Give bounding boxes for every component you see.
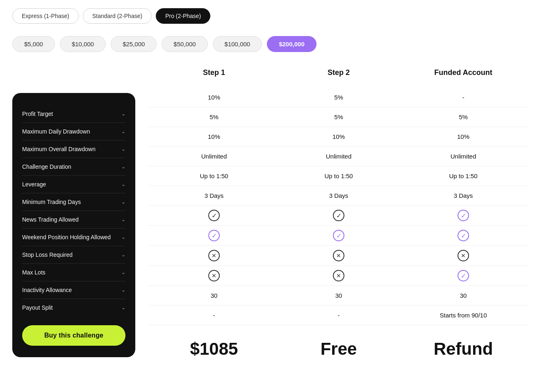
cell-profit-target-step1: 10%	[152, 94, 276, 101]
chevron-down-icon: ⌄	[121, 234, 125, 240]
cell-challenge-duration-step2: Unlimited	[276, 153, 401, 160]
sidebar-row-11[interactable]: Payout Split⌄	[22, 299, 125, 316]
check-purple-icon: ✓	[458, 210, 469, 221]
cell-payout-split-step2: -	[276, 312, 401, 319]
sidebar-row-label: Maximum Overall Drawdown	[22, 146, 96, 152]
amount-buttons: $5,000$10,000$25,000$50,000$100,000$200,…	[12, 36, 530, 52]
chevron-down-icon: ⌄	[121, 252, 125, 258]
cross-dark-icon: ✕	[208, 250, 220, 261]
phase-tab-2[interactable]: Pro (2-Phase)	[156, 8, 210, 24]
sidebar-row-6[interactable]: News Trading Allowed⌄	[22, 211, 125, 229]
chevron-down-icon: ⌄	[121, 199, 125, 205]
data-row-profit-target: 10%5%-	[148, 88, 530, 107]
check-purple-icon: ✓	[458, 230, 469, 241]
cell-max-lots-step2: ✕	[276, 270, 401, 281]
check-purple-icon: ✓	[208, 230, 220, 241]
sidebar-row-label: Leverage	[22, 181, 46, 188]
cell-payout-split-funded: Starts from 90/10	[401, 312, 526, 319]
data-row-min-trading-days: 3 Days3 Days3 Days	[148, 186, 530, 206]
amount-btn-3[interactable]: $50,000	[162, 36, 207, 52]
check-dark-icon: ✓	[333, 210, 344, 221]
sidebar-row-label: Payout Split	[22, 304, 53, 311]
phase-tab-1[interactable]: Standard (2-Phase)	[83, 8, 152, 24]
price-step2: Free	[276, 339, 401, 359]
amount-btn-1[interactable]: $10,000	[60, 36, 106, 52]
data-row-max-daily-drawdown: 5%5%5%	[148, 107, 530, 127]
data-row-leverage: Up to 1:50Up to 1:50Up to 1:50	[148, 166, 530, 186]
data-row-payout-split: --Starts from 90/10	[148, 306, 530, 325]
price-funded: Refund	[401, 339, 526, 359]
cell-stop-loss-funded: ✕	[401, 250, 526, 261]
sidebar-row-0[interactable]: Profit Target⌄	[22, 105, 125, 123]
data-row-inactivity-allowance: 303030	[148, 286, 530, 306]
cell-profit-target-step2: 5%	[276, 94, 401, 101]
cell-weekend-position-step1: ✓	[152, 230, 276, 241]
cross-dark-icon: ✕	[458, 250, 469, 261]
amount-btn-2[interactable]: $25,000	[111, 36, 157, 52]
sidebar-row-label: Profit Target	[22, 111, 53, 117]
price-funded-value: Refund	[401, 339, 526, 359]
cell-profit-target-funded: -	[401, 94, 526, 101]
check-dark-icon: ✓	[208, 210, 220, 221]
cell-max-daily-drawdown-funded: 5%	[401, 113, 526, 120]
cell-news-trading-step1: ✓	[152, 210, 276, 221]
cell-leverage-step1: Up to 1:50	[152, 172, 276, 179]
cell-inactivity-allowance-step2: 30	[276, 292, 401, 299]
data-row-max-overall-drawdown: 10%10%10%	[148, 127, 530, 147]
cross-dark-icon: ✕	[208, 270, 220, 281]
cell-stop-loss-step1: ✕	[152, 250, 276, 261]
sidebar-row-10[interactable]: Inactivity Allowance⌄	[22, 281, 125, 299]
phase-tab-0[interactable]: Express (1-Phase)	[12, 8, 79, 24]
chevron-down-icon: ⌄	[121, 305, 125, 310]
sidebar-row-4[interactable]: Leverage⌄	[22, 176, 125, 193]
col-headers: Step 1 Step 2 Funded Account	[148, 68, 530, 84]
cell-leverage-step2: Up to 1:50	[276, 172, 401, 179]
data-row-challenge-duration: UnlimitedUnlimitedUnlimited	[148, 147, 530, 166]
col-header-step1: Step 1	[152, 68, 276, 84]
chevron-down-icon: ⌄	[121, 287, 125, 293]
sidebar-row-1[interactable]: Maximum Daily Drawdown⌄	[22, 123, 125, 140]
amount-btn-5[interactable]: $200,000	[267, 36, 317, 52]
price-step1: $1085	[152, 339, 276, 359]
sidebar-row-label: Stop Loss Required	[22, 252, 73, 258]
chevron-down-icon: ⌄	[121, 217, 125, 222]
sidebar-row-2[interactable]: Maximum Overall Drawdown⌄	[22, 140, 125, 158]
sidebar-row-3[interactable]: Challenge Duration⌄	[22, 158, 125, 176]
main-layout: Profit Target⌄Maximum Daily Drawdown⌄Max…	[12, 68, 530, 359]
check-purple-icon: ✓	[333, 230, 344, 241]
cell-max-daily-drawdown-step1: 5%	[152, 113, 276, 120]
cell-max-overall-drawdown-step1: 10%	[152, 133, 276, 140]
sidebar-row-8[interactable]: Stop Loss Required⌄	[22, 246, 125, 264]
amount-btn-4[interactable]: $100,000	[213, 36, 262, 52]
cell-leverage-funded: Up to 1:50	[401, 172, 526, 179]
sidebar-card: Profit Target⌄Maximum Daily Drawdown⌄Max…	[12, 93, 135, 357]
cross-dark-icon: ✕	[333, 270, 344, 281]
cell-max-overall-drawdown-step2: 10%	[276, 133, 401, 140]
sidebar-row-label: Max Lots	[22, 269, 46, 276]
check-purple-icon: ✓	[458, 270, 469, 281]
sidebar-row-9[interactable]: Max Lots⌄	[22, 264, 125, 281]
cell-payout-split-step1: -	[152, 312, 276, 319]
sidebar-row-label: Challenge Duration	[22, 163, 71, 170]
cell-inactivity-allowance-funded: 30	[401, 292, 526, 299]
cell-weekend-position-step2: ✓	[276, 230, 401, 241]
cell-min-trading-days-step1: 3 Days	[152, 192, 276, 199]
buy-button[interactable]: Buy this challenge	[22, 325, 125, 346]
sidebar-row-label: Maximum Daily Drawdown	[22, 128, 90, 135]
data-row-max-lots: ✕✕✓	[148, 266, 530, 286]
cell-min-trading-days-step2: 3 Days	[276, 192, 401, 199]
sidebar-row-5[interactable]: Minimum Trading Days⌄	[22, 193, 125, 211]
chevron-down-icon: ⌄	[121, 111, 125, 117]
col-header-step2: Step 2	[276, 68, 401, 84]
data-rows: 10%5%-5%5%5%10%10%10%UnlimitedUnlimitedU…	[148, 88, 530, 325]
chevron-down-icon: ⌄	[121, 270, 125, 275]
amount-btn-0[interactable]: $5,000	[12, 36, 55, 52]
sidebar-row-label: Minimum Trading Days	[22, 199, 81, 205]
price-row: $1085 Free Refund	[148, 329, 530, 359]
sidebar-row-label: News Trading Allowed	[22, 216, 79, 223]
sidebar-row-7[interactable]: Weekend Position Holding Allowed⌄	[22, 229, 125, 246]
data-row-weekend-position: ✓✓✓	[148, 226, 530, 246]
cell-news-trading-step2: ✓	[276, 210, 401, 221]
sidebar-row-label: Inactivity Allowance	[22, 287, 72, 293]
cell-challenge-duration-step1: Unlimited	[152, 153, 276, 160]
